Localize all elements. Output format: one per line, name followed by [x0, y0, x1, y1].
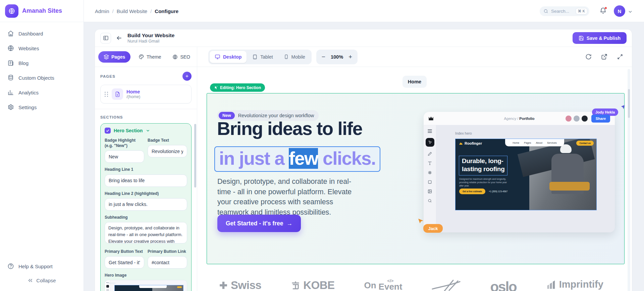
brand[interactable]: Amanah Sites [0, 0, 84, 22]
pages-heading: PAGES [100, 74, 115, 78]
hero-heading-line1[interactable]: Bring ideas to life [217, 118, 362, 139]
zoom-out-button[interactable]: − [322, 54, 325, 60]
client-logos: Swiss KOBE On </> Event [197, 279, 625, 291]
logo-oslo: oslo [490, 279, 516, 291]
text-tool-icon [428, 161, 432, 165]
breadcrumb-build-website[interactable]: Build Website [117, 8, 147, 14]
panel-left-icon [103, 35, 109, 41]
cursor-sparkle-icon [214, 86, 218, 90]
refresh-button[interactable] [585, 54, 592, 60]
roofinger-subtext: Designed for maximum strength and longev… [459, 177, 510, 188]
menu-icon [427, 129, 432, 133]
roofinger-headline: Durable, long- lasting roofing [459, 156, 507, 175]
sidebar-item-dashboard[interactable]: Dashboard [4, 26, 79, 41]
builder-subtitle: Nurul Hadi Gmail [127, 39, 174, 44]
roofinger-site-frame: Roofinger Home Pages About Services Cont… [455, 139, 597, 210]
logo-signature [432, 279, 461, 291]
heading1-input[interactable] [105, 174, 187, 187]
hero-cta-button[interactable]: Get Started - it's free → [217, 215, 301, 232]
chevron-down-icon[interactable] [146, 128, 150, 133]
device-desktop[interactable]: Desktop [210, 51, 247, 63]
drag-handle-icon[interactable] [105, 92, 108, 97]
editing-badge-label: Editing: Hero Section [220, 85, 261, 90]
zoom-control: − 100% + [316, 50, 358, 64]
back-button[interactable] [116, 34, 123, 42]
sidebar-item-websites[interactable]: Websites [4, 41, 79, 56]
kobe-mark-icon [291, 281, 300, 290]
preview-scrollbar-thumb[interactable] [628, 89, 630, 118]
tab-seo[interactable]: SEO [169, 51, 194, 63]
sidebar-item-analytics[interactable]: Analytics [4, 85, 79, 100]
sidebar-help-label: Help & Support [18, 264, 53, 269]
preview-toolbar: Desktop Tablet Mobile − 100% + [197, 47, 632, 67]
sidebar-item-settings[interactable]: Settings [4, 100, 79, 115]
breadcrumb-admin[interactable]: Admin [95, 8, 109, 14]
arrow-left-icon [116, 34, 123, 42]
thumbnail-site-frame [114, 285, 183, 291]
tab-pages[interactable]: Pages [98, 51, 130, 63]
zoom-in-button[interactable]: + [348, 54, 352, 60]
sidebar-item-label: Dashboard [18, 31, 43, 37]
open-external-button[interactable] [601, 54, 607, 60]
panel-scrollbar[interactable] [194, 124, 196, 188]
external-link-icon [601, 54, 607, 60]
fullscreen-button[interactable] [617, 54, 623, 60]
sidebar-item-custom-objects[interactable]: Custom Objects [4, 70, 79, 85]
notifications-button[interactable] [599, 7, 607, 15]
heading2-input[interactable] [105, 198, 187, 211]
user-menu-chevron[interactable] [628, 9, 633, 14]
device-mobile[interactable]: Mobile [279, 51, 310, 63]
tab-seo-label: SEO [180, 54, 190, 60]
hero-section-preview[interactable]: New Revolutionize your design workflow B… [207, 93, 625, 264]
heading1-label: Heading Line 1 [105, 167, 187, 172]
mockup-breadcrumb-separator: / [517, 117, 518, 121]
home-icon [7, 30, 14, 37]
sidebar-item-blog[interactable]: Blog [4, 56, 79, 70]
subheading-textarea[interactable]: Design, prototype, and collaborate in re… [105, 222, 187, 243]
subheading-label: Subheading [105, 215, 187, 220]
monitor-icon [215, 54, 220, 60]
breadcrumb-separator: / [112, 8, 114, 14]
config-panel: Pages Theme SEO PAGES [95, 47, 197, 291]
roofinger-nav-about: About [536, 141, 542, 144]
sidebar-item-help[interactable]: Help & Support [4, 259, 79, 274]
preview-nav-home[interactable]: Home [402, 76, 427, 88]
device-tablet[interactable]: Tablet [247, 51, 278, 63]
hero-section-header[interactable]: Hero Section [105, 128, 187, 134]
sidebar-collapse-button[interactable]: Collapse [4, 274, 79, 287]
save-publish-button[interactable]: Save & Publish [573, 32, 627, 44]
page-item-home[interactable]: Home /(home) [100, 85, 192, 103]
hero-subheading[interactable]: Design, prototype, and collaborate in re… [217, 176, 362, 217]
smartphone-icon [284, 54, 289, 59]
logo-on-label: On [364, 280, 376, 291]
user-avatar[interactable]: N [614, 5, 625, 17]
badge-text-input[interactable] [148, 145, 187, 157]
sidebar-item-label: Websites [18, 46, 39, 51]
zoom-level: 100% [331, 54, 343, 60]
layers-icon [104, 54, 109, 60]
badge-highlight-input[interactable] [105, 150, 144, 163]
page-name: Home [126, 89, 140, 94]
roofinger-contact-button: Contact us [576, 141, 594, 146]
editing-badge: Editing: Hero Section [210, 83, 265, 92]
primary-button-link-input[interactable] [148, 256, 187, 269]
primary-button-text-input[interactable] [105, 256, 144, 269]
hero-heading-line2[interactable]: in just a few clicks. [214, 146, 380, 172]
hero-heading-line2-pre: in just a [219, 148, 289, 169]
hero-cta-label: Get Started - it's free [226, 220, 283, 227]
roofinger-nav-pages: Pages [524, 141, 531, 144]
search-input[interactable]: Search... ⌘ K [540, 6, 589, 16]
preview-scrollbar[interactable] [628, 69, 630, 291]
toggle-panel-button[interactable] [100, 33, 111, 44]
mockup-frame-label: Index hero [455, 131, 472, 135]
globe-icon [7, 45, 14, 52]
hero-section-checkbox[interactable] [105, 128, 111, 134]
search-placeholder: Search... [551, 9, 573, 14]
hero-heading-line2-post: clicks. [318, 148, 375, 169]
hero-image-thumbnail[interactable] [105, 280, 187, 291]
tab-theme[interactable]: Theme [135, 51, 165, 63]
add-page-button[interactable] [182, 72, 192, 81]
builder-card: Build Your Website Nurul Hadi Gmail Save… [95, 29, 632, 291]
builder-header: Build Your Website Nurul Hadi Gmail Save… [95, 29, 632, 47]
primary-button-text-label: Primary Button Text [105, 249, 144, 254]
